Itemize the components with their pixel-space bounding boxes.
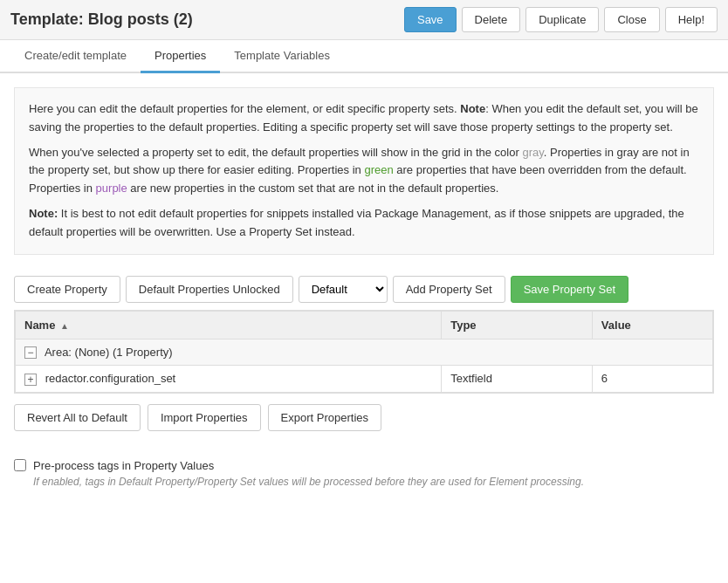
column-name[interactable]: Name ▲ <box>16 311 442 339</box>
export-properties-button[interactable]: Export Properties <box>268 404 381 431</box>
tab-properties[interactable]: Properties <box>141 40 220 73</box>
delete-button[interactable]: Delete <box>462 7 521 32</box>
preprocess-checkbox-label[interactable]: Pre-process tags in Property Values <box>14 459 714 472</box>
info-box: Here you can edit the default properties… <box>14 87 714 255</box>
header: Template: Blog posts (2) Save Delete Dup… <box>0 0 728 40</box>
expand-icon[interactable]: + <box>24 374 37 386</box>
column-type: Type <box>442 311 593 339</box>
save-property-set-button[interactable]: Save Property Set <box>511 276 629 303</box>
properties-toolbar: Create Property Default Properties Unloc… <box>14 269 714 310</box>
preprocess-checkbox[interactable] <box>14 459 26 471</box>
info-paragraph-3: Note: It is best to not edit default pro… <box>29 205 699 242</box>
property-set-select[interactable]: Default <box>299 276 388 303</box>
info-paragraph-1: Here you can edit the default properties… <box>29 100 699 137</box>
content-area: Here you can edit the default properties… <box>0 73 728 502</box>
table-group-row: − Area: (None) (1 Property) <box>16 339 713 366</box>
default-properties-unlocked-button[interactable]: Default Properties Unlocked <box>126 276 293 303</box>
page-title: Template: Blog posts (2) <box>10 10 193 29</box>
group-label: − Area: (None) (1 Property) <box>16 339 713 366</box>
help-button[interactable]: Help! <box>665 7 718 32</box>
table-header-row: Name ▲ Type Value <box>16 311 713 339</box>
revert-all-button[interactable]: Revert All to Default <box>14 404 141 431</box>
tab-bar: Create/edit template Properties Template… <box>0 40 728 73</box>
column-value: Value <box>592 311 712 339</box>
table-row: + redactor.configuration_set Textfield 6 <box>16 366 713 393</box>
collapse-icon[interactable]: − <box>24 346 37 359</box>
create-property-button[interactable]: Create Property <box>14 276 120 303</box>
save-button[interactable]: Save <box>404 7 457 32</box>
bottom-toolbar: Revert All to Default Import Properties … <box>14 404 714 431</box>
properties-table: Name ▲ Type Value − Area: (None) <box>15 311 713 393</box>
checkbox-area: Pre-process tags in Property Values If e… <box>14 449 714 488</box>
checkbox-hint: If enabled, tags in Default Property/Pro… <box>33 476 714 488</box>
add-property-set-button[interactable]: Add Property Set <box>393 276 505 303</box>
import-properties-button[interactable]: Import Properties <box>148 404 261 431</box>
sort-icon: ▲ <box>60 321 69 331</box>
duplicate-button[interactable]: Duplicate <box>525 7 599 32</box>
tab-template-variables[interactable]: Template Variables <box>220 40 344 73</box>
header-button-group: Save Delete Duplicate Close Help! <box>404 7 718 32</box>
property-type-cell: Textfield <box>442 366 593 393</box>
info-paragraph-2: When you've selected a property set to e… <box>29 144 699 198</box>
properties-table-container: Name ▲ Type Value − Area: (None) <box>14 310 714 394</box>
property-name-cell: + redactor.configuration_set <box>16 366 442 393</box>
tab-create-edit[interactable]: Create/edit template <box>10 40 141 73</box>
property-value-cell: 6 <box>592 366 712 393</box>
close-button[interactable]: Close <box>604 7 659 32</box>
